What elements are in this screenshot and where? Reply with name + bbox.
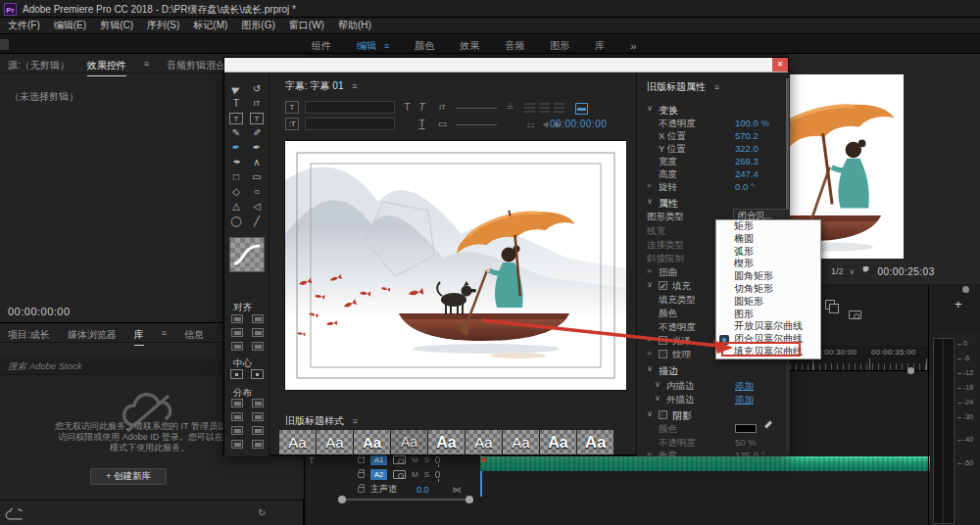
add-anchor-tool-icon[interactable]: ✒ [248, 141, 266, 155]
center-horizontal-icon[interactable] [230, 369, 243, 379]
menu-item-rounded-rect[interactable]: 圆角矩形 [716, 270, 820, 283]
align-left-text-icon[interactable] [524, 103, 535, 113]
workspace-tab-graphics[interactable]: 图形 [550, 39, 569, 53]
panel-menu-icon[interactable]: ≡ [352, 81, 357, 91]
rounded-rect-tool-icon[interactable]: ▭ [248, 170, 266, 184]
shadow-angle-value[interactable]: 135.0 ° [735, 450, 764, 456]
width-value[interactable]: 269.3 [735, 156, 759, 167]
baseline-icon[interactable]: ⚏ [524, 118, 537, 130]
chevron-down-icon[interactable]: ∨ [647, 409, 657, 418]
lock-icon[interactable] [358, 472, 365, 478]
tab-project[interactable]: 项目:成长 [8, 328, 50, 342]
title-style-swatch[interactable]: Aa [317, 430, 353, 454]
track-a2-badge[interactable]: A2 [370, 469, 387, 480]
mute-button[interactable]: M [412, 455, 418, 464]
menu-graphics[interactable]: 图形(G) [241, 19, 274, 32]
chevron-right-icon[interactable]: > [647, 450, 657, 456]
solo-button[interactable]: S [424, 470, 429, 479]
chevron-down-icon[interactable]: ∨ [647, 280, 657, 289]
add-track-icon[interactable]: + [955, 297, 962, 311]
menu-item-ellipse[interactable]: 椭圆 [716, 233, 820, 246]
panel-menu-icon[interactable]: ≡ [714, 82, 719, 92]
snap-icon[interactable] [825, 300, 835, 310]
add-inner-stroke-link[interactable]: 添加 [735, 380, 754, 393]
panel-menu-icon[interactable]: ≡ [162, 328, 167, 338]
opacity-value[interactable]: 100.0 % [735, 118, 769, 128]
timeline-scrollbar-handle[interactable] [962, 286, 969, 293]
voiceover-mic-icon[interactable] [435, 456, 440, 463]
shadow-checkbox[interactable] [659, 410, 667, 419]
close-icon[interactable]: ✕ [772, 58, 788, 72]
vertical-path-type-tool-icon[interactable]: ✎ [248, 126, 266, 140]
leading-slider[interactable] [456, 124, 497, 125]
scrollbar-right-handle[interactable] [466, 496, 473, 503]
cloud-sync-icon[interactable] [5, 508, 23, 520]
menu-help[interactable]: 帮助(H) [338, 19, 371, 32]
height-value[interactable]: 247.4 [735, 168, 759, 179]
tab-info[interactable]: 信息 [184, 328, 204, 342]
convert-anchor-tool-icon[interactable]: ∧ [248, 156, 266, 169]
title-style-swatch[interactable]: Aa [391, 430, 427, 454]
title-style-swatch[interactable]: Aa [540, 430, 576, 454]
menu-edit[interactable]: 编辑(E) [54, 19, 86, 32]
circle-tool-icon[interactable]: ◯ [227, 215, 245, 228]
chevron-down-icon[interactable]: ∨ [647, 197, 657, 206]
wedge-tool-icon[interactable]: △ [227, 200, 245, 214]
audio-clip-waveform[interactable] [480, 456, 980, 471]
bowtie-icon[interactable]: ⋈ [453, 485, 462, 495]
shadow-color-swatch[interactable] [735, 424, 757, 433]
area-type-tool-icon[interactable]: T [229, 113, 243, 124]
aspect-icon[interactable]: ≟ [504, 101, 516, 114]
x-position-value[interactable]: 570.2 [735, 130, 759, 141]
chevron-down-icon[interactable]: ∨ [655, 394, 664, 403]
title-style-swatch[interactable]: Aa [466, 430, 502, 454]
kerning-icon[interactable]: ▭ [436, 118, 449, 130]
settings-wrench-icon[interactable] [860, 266, 871, 277]
chevron-right-icon[interactable]: > [647, 335, 657, 344]
timeline-horizontal-scrollbar[interactable] [342, 499, 469, 501]
font-size-icon[interactable]: iT [436, 101, 449, 114]
distribute-center-h-icon[interactable] [231, 412, 243, 421]
voiceover-mic-icon[interactable] [435, 471, 440, 478]
align-center-text-icon[interactable] [539, 103, 550, 113]
distribute-even-v-icon[interactable] [252, 440, 264, 449]
chevron-right-icon[interactable]: > [647, 349, 657, 358]
title-style-swatch[interactable]: Aa [279, 430, 316, 454]
distribute-even-h-icon[interactable] [231, 440, 243, 449]
chevron-down-icon[interactable]: ∨ [647, 104, 657, 113]
create-new-library-button[interactable]: + 创建新库 [90, 468, 167, 485]
title-style-swatch[interactable]: Aa [354, 430, 390, 454]
fill-checkbox[interactable]: ✓ [659, 281, 667, 290]
chevron-down-icon[interactable]: ∨ [655, 380, 664, 389]
menu-clip[interactable]: 剪辑(C) [100, 19, 133, 32]
menu-window[interactable]: 窗口(W) [289, 19, 324, 32]
sheen-checkbox[interactable] [659, 336, 667, 345]
lock-icon[interactable] [358, 457, 365, 463]
menu-file[interactable]: 文件(F) [8, 19, 40, 32]
line-tool-icon[interactable]: ╱ [248, 215, 266, 228]
add-outer-stroke-link[interactable]: 添加 [735, 394, 754, 406]
distribute-bottom-icon[interactable] [252, 426, 264, 435]
master-volume-value[interactable]: 0.0 [416, 485, 429, 495]
bold-icon[interactable]: T [401, 101, 414, 114]
menu-item-rectangle[interactable]: 矩形 [716, 220, 820, 233]
panel-menu-icon[interactable]: ≡ [144, 59, 149, 69]
monitor-zoom-select[interactable]: 1/2 [831, 266, 844, 276]
title-timecode[interactable]: 00:00:00:00 [550, 119, 607, 129]
workspace-tab-audio[interactable]: 音频 [505, 39, 524, 53]
roll-crawl-options-icon[interactable] [575, 103, 588, 115]
eyedropper-icon[interactable] [764, 421, 772, 429]
workspace-tab-editing[interactable]: 编辑 [357, 39, 376, 53]
distribute-center-v-icon[interactable] [252, 412, 264, 421]
vertical-type-tool-icon[interactable]: IT [248, 97, 266, 111]
center-vertical-icon[interactable] [251, 369, 264, 379]
font-family-select[interactable] [305, 101, 395, 114]
title-style-swatch[interactable]: Aa [428, 430, 465, 454]
menu-markers[interactable]: 标记(M) [193, 19, 227, 32]
chevron-right-icon[interactable]: > [647, 181, 657, 190]
delete-anchor-tool-icon[interactable]: ✒ [227, 156, 245, 169]
solo-button[interactable]: S [424, 455, 429, 464]
align-center-v-icon[interactable] [252, 328, 264, 337]
menu-item-chamfered-rect[interactable]: 切角矩形 [716, 283, 820, 296]
workspace-overflow-icon[interactable]: » [630, 40, 636, 52]
